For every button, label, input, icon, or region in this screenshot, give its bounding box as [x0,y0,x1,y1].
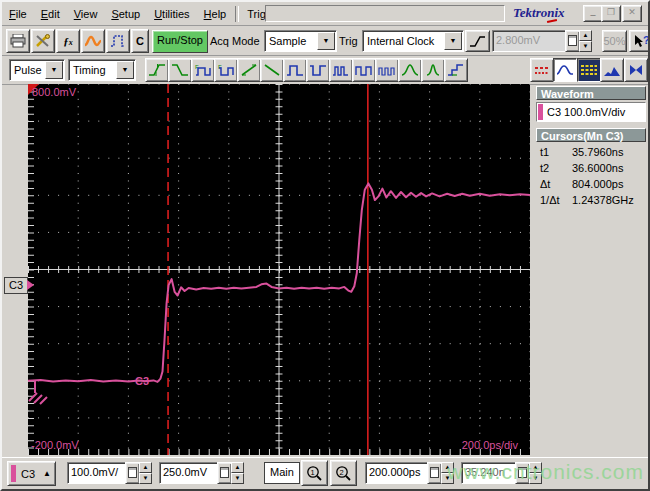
math-button[interactable]: ƒx [56,29,80,53]
magnifier-1-icon: 1 [306,465,323,482]
spin-down-icon[interactable]: ▼ [579,41,592,52]
measure-neg-pulse-button[interactable] [306,58,330,82]
context-help-button[interactable]: ? [629,30,650,52]
measure-period-button[interactable] [352,58,376,82]
measure-class-value: Timing [69,64,115,76]
c-marker-button[interactable]: C [131,29,149,53]
cursor-dt-label: Δt [540,178,572,193]
acq-mode-select[interactable]: Sample ▼ [264,30,337,52]
close-button[interactable]: ✕ [622,5,642,22]
measure-frequency-button[interactable] [375,58,399,82]
spin-down-icon[interactable]: ▼ [231,473,244,484]
spin-up-icon[interactable]: ▲ [231,462,244,473]
ground-symbol-icon [29,381,47,404]
fifty-percent-button[interactable]: 50% [602,30,627,52]
measure-fall-time-button[interactable] [168,58,192,82]
histogram-grid-button[interactable] [577,58,601,82]
measure-class-select[interactable]: Timing ▼ [68,59,136,81]
trig-level-field[interactable]: 2.800mV [492,30,566,52]
trig-slope-button[interactable] [465,30,490,52]
measure-pos-width-button[interactable]: F [191,58,215,82]
horizontal-position-field[interactable]: 35.240n [461,462,517,484]
menu-edit[interactable]: Edit [34,6,67,22]
channel-c3-marker[interactable]: C3 [4,277,28,294]
timebase-mode-button[interactable]: Main [264,462,300,484]
restore-button[interactable]: ❐ [601,5,621,22]
timebase-field[interactable]: 200.000ps [365,462,429,484]
scope-display[interactable]: C3 800.0mV -200.0mV 200.0ps/div [28,84,530,455]
print-button[interactable] [6,29,30,53]
timebase-keypad-button[interactable] [427,462,442,484]
measure-type-select[interactable]: Pulse ▼ [9,59,65,81]
fall-slew-icon [263,63,281,77]
measure-burst-button[interactable] [329,58,353,82]
menu-setup[interactable]: Setup [104,6,147,22]
pulse-define-button[interactable] [106,29,130,53]
spin-down-icon[interactable]: ▼ [139,473,152,484]
run-stop-button[interactable]: Run/Stop [152,30,208,53]
pulse-icon [110,35,126,47]
spin-up-icon[interactable]: ▲ [139,462,152,473]
measure-rise-slew-button[interactable] [237,58,261,82]
menu-utilities[interactable]: Utilities [147,6,196,22]
main-toolbar: ƒx C Run/Stop Acq Mode Sample ▼ Trig Int… [2,26,648,56]
vdiv-keypad-button[interactable] [125,462,140,484]
minimize-button[interactable]: _ [583,5,603,22]
cursor-t1-label: t1 [540,146,572,161]
waveform-display-button[interactable] [553,58,577,82]
cursors-panel-header: Cursors(Mn C3) [536,128,646,142]
volts-per-div-field[interactable]: 100.0mV/ [67,462,127,484]
vdiv-spinner[interactable]: ▲▼ [139,462,152,482]
spin-down-icon[interactable]: ▼ [441,473,454,484]
measure-pos-peak-button[interactable] [398,58,422,82]
chevron-down-icon[interactable]: ▼ [116,61,134,79]
position-keypad-button[interactable] [217,462,232,484]
timebase-spinner[interactable]: ▲▼ [441,462,454,482]
chevron-down-icon[interactable]: ▼ [45,61,63,79]
spin-up-icon[interactable]: ▲ [579,30,592,41]
vertical-position-field[interactable]: 250.0mV [159,462,219,484]
waveform-list-entry[interactable]: C3 100.0mV/div [536,102,646,122]
cursors-icon [533,63,551,77]
measure-delay-button[interactable] [444,58,468,82]
mask-test-button[interactable] [624,58,648,82]
spin-down-icon[interactable]: ▼ [529,473,542,484]
hpos-spinner[interactable]: ▲▼ [529,462,542,482]
menu-view[interactable]: View [67,6,105,22]
measure-neg-width-button[interactable]: F [214,58,238,82]
channel-select-button[interactable]: C3 ▲ [7,461,56,486]
keypad-icon [128,467,137,478]
measure-pos-pulse-button[interactable] [283,58,307,82]
zoom2-button[interactable]: 2 [330,460,357,486]
bowtie-icon [627,63,645,77]
hpos-keypad-button[interactable] [515,462,530,484]
trig-source-select[interactable]: Internal Clock ▼ [362,30,464,52]
cursor-readout-row: 1/Δt 1.24378GHz [540,194,648,209]
magnifier-2-icon: 2 [335,465,352,482]
chevron-down-icon[interactable]: ▼ [444,32,462,50]
spin-up-icon[interactable]: ▲ [529,462,542,473]
trig-label: Trig [339,35,358,47]
cursors-toggle-button[interactable] [530,58,554,82]
trig-level-keypad-button[interactable] [565,30,580,52]
tools-button[interactable] [31,29,55,53]
measure-neg-peak-button[interactable] [421,58,445,82]
spin-up-icon[interactable]: ▲ [441,462,454,473]
fx-icon: ƒx [63,35,73,47]
menu-file[interactable]: File [2,6,34,22]
measure-rise-time-button[interactable] [145,58,169,82]
acq-mode-value: Sample [265,35,316,47]
measure-type-value: Pulse [10,64,44,76]
channel-button-label: C3 [21,468,35,480]
position-spinner[interactable]: ▲▼ [231,462,244,482]
cursor-t2-label: t2 [540,162,572,177]
measure-fall-slew-button[interactable] [260,58,284,82]
menu-help[interactable]: Help [197,6,234,22]
triangle-up-icon: ▲ [43,469,51,478]
waveform-button[interactable] [81,29,105,53]
chevron-down-icon[interactable]: ▼ [317,32,335,50]
channel-color-swatch [538,104,543,120]
zoom1-button[interactable]: 1 [301,460,328,486]
histogram-button[interactable] [600,58,624,82]
trig-level-spinner[interactable]: ▲▼ [579,30,592,50]
